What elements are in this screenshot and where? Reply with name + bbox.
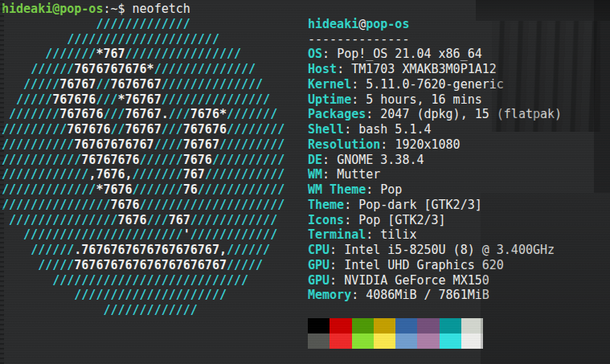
info-row: CPU: Intel i5-8250U (8) @ 3.400GHz	[308, 243, 562, 258]
ascii-line: /////////////////////	[2, 32, 285, 47]
info-label: GPU	[308, 258, 330, 272]
info-row: Host: TM1703 XMAKB3M0P1A12	[308, 62, 562, 77]
ascii-line: ///////////////7676////////////////////	[2, 198, 285, 213]
color-palette	[308, 318, 483, 349]
info-title-user: hideaki	[308, 17, 358, 31]
ascii-line: ////////////,7676,///////767///////////	[2, 167, 285, 182]
info-separator: :	[322, 153, 337, 167]
ascii-line: /////////////	[2, 303, 285, 318]
info-row: GPU: Intel UHD Graphics 620	[308, 258, 562, 273]
palette-row-bright	[308, 333, 483, 349]
color-swatch-normal-0	[308, 318, 330, 333]
ascii-line: //////.7676767676767676767,//////	[2, 243, 285, 258]
ascii-line: //////////76767676767////76767/////////	[2, 137, 285, 153]
info-separator: :	[344, 198, 358, 212]
prompt-path-symbol: :~$	[103, 2, 132, 16]
background-texture-right-edge	[594, 0, 610, 193]
info-separator: :	[344, 213, 358, 227]
ascii-line: ///////////////////////////	[2, 273, 285, 288]
ascii-line: ///////*767////////////////	[2, 47, 285, 62]
info-value: bash 5.1.4	[358, 122, 431, 137]
ascii-line: /////////////////////	[2, 288, 285, 303]
ascii-line: ///////767676///76767.///7676*///////	[2, 107, 285, 122]
color-swatch-bright-7	[461, 333, 483, 349]
info-separator: :	[330, 258, 344, 272]
info-row: Packages: 2047 (dpkg), 15 (flatpak)	[308, 107, 562, 122]
info-row: Shell: bash 5.1.4	[308, 122, 562, 137]
info-value: 2047 (dpkg), 15 (flatpak)	[380, 107, 562, 121]
info-label: OS	[308, 47, 322, 61]
info-separator: :	[366, 227, 380, 242]
info-row: Resolution: 1920x1080	[308, 137, 562, 153]
info-label: Resolution	[308, 137, 380, 152]
neofetch-info-block: hideaki@pop-os -------------- OS: Pop!_O…	[308, 17, 562, 303]
info-label: Uptime	[308, 92, 351, 107]
info-value: NVIDIA GeForce MX150	[344, 273, 489, 288]
info-row: WM Theme: Pop	[308, 182, 562, 198]
color-swatch-bright-3	[374, 333, 395, 349]
at-symbol: @	[358, 17, 366, 31]
pop-os-ascii-logo: ///////////// ///////////////////// ////…	[2, 17, 285, 318]
info-separator: :	[351, 288, 366, 302]
info-label: DE	[308, 153, 322, 167]
info-separator: :	[366, 107, 380, 121]
color-swatch-normal-7	[461, 318, 483, 333]
ascii-line: //////////////////////'////////////	[2, 227, 285, 243]
info-label: Icons	[308, 213, 344, 227]
info-row: GPU: NVIDIA GeForce MX150	[308, 273, 562, 288]
info-row: Kernel: 5.11.0-7620-generic	[308, 77, 562, 92]
palette-row-normal	[308, 318, 483, 333]
info-value: Intel i5-8250U (8) @ 3.400GHz	[344, 243, 555, 257]
prompt-command: neofetch	[133, 2, 190, 16]
shell-prompt-line: hideaki@pop-os:~$ neofetch	[2, 2, 285, 17]
ascii-line: /////////767676//76767///767676////////	[2, 122, 285, 137]
info-separator: :	[366, 182, 380, 197]
color-swatch-normal-2	[352, 318, 374, 333]
info-row: Icons: Pop [GTK2/3]	[308, 213, 562, 228]
color-swatch-bright-0	[308, 333, 330, 349]
info-value: Pop	[380, 182, 402, 197]
info-label: Packages	[308, 107, 366, 121]
color-swatch-bright-6	[440, 333, 461, 349]
color-swatch-bright-5	[417, 333, 439, 349]
info-label: WM Theme	[308, 182, 366, 197]
info-value: Mutter	[337, 167, 380, 182]
info-value: GNOME 3.38.4	[337, 153, 424, 167]
info-separator: :	[330, 273, 344, 288]
info-row: DE: GNOME 3.38.4	[308, 153, 562, 168]
info-title: hideaki@pop-os	[308, 17, 562, 32]
info-label: WM	[308, 167, 322, 182]
info-value: Pop-dark [GTK2/3]	[358, 198, 482, 212]
prompt-user-host: hideaki@pop-os	[2, 2, 103, 16]
info-separator: :	[322, 167, 337, 182]
info-value: 5 hours, 16 mins	[366, 92, 482, 107]
ascii-line: ///////////76767676//////7676//////////	[2, 153, 285, 168]
color-swatch-normal-4	[395, 318, 417, 333]
info-value: TM1703 XMAKB3M0P1A12	[351, 62, 497, 76]
ascii-line: /////////////*7676///////76////////////	[2, 182, 285, 198]
ascii-line: //////7676767676*//////////////	[2, 62, 285, 77]
info-value: 5.11.0-7620-generic	[366, 77, 504, 92]
info-title-host: pop-os	[366, 17, 409, 31]
color-swatch-bright-1	[330, 333, 351, 349]
terminal-window[interactable]: hideaki@pop-os:~$ neofetch /////////////…	[0, 0, 610, 364]
ascii-line: /////767676767676767676767/////	[2, 258, 285, 273]
info-separator: :	[351, 77, 366, 92]
info-label: Theme	[308, 198, 344, 212]
color-swatch-normal-5	[417, 318, 439, 333]
color-swatch-bright-4	[395, 333, 417, 349]
info-separator: :	[351, 92, 366, 107]
info-row: WM: Mutter	[308, 167, 562, 182]
info-row: Uptime: 5 hours, 16 mins	[308, 92, 562, 108]
info-separator: :	[380, 137, 395, 152]
ascii-line: /////76767//7676767//////////////	[2, 77, 285, 92]
color-swatch-normal-3	[374, 318, 395, 333]
ascii-line: /////////////	[2, 17, 285, 32]
info-label: Host	[308, 62, 337, 76]
info-value: tilix	[380, 227, 416, 242]
terminal-left-column: hideaki@pop-os:~$ neofetch /////////////…	[2, 2, 285, 318]
info-entries: OS: Pop!_OS 21.04 x86_64Host: TM1703 XMA…	[308, 47, 562, 303]
info-label: Memory	[308, 288, 351, 302]
info-value: Pop!_OS 21.04 x86_64	[337, 47, 482, 61]
color-swatch-normal-1	[330, 318, 351, 333]
